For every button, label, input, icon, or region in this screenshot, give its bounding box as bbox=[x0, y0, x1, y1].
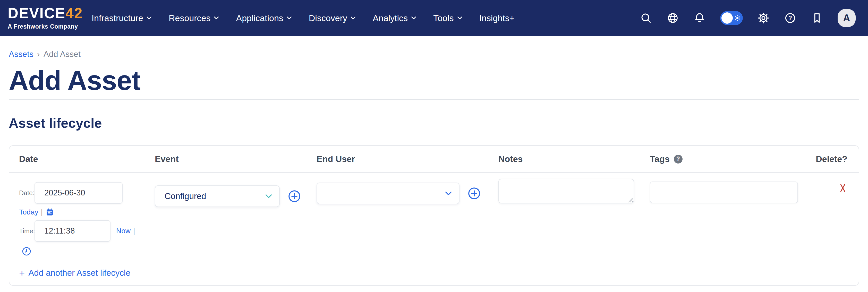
main-content: Assets › Add Asset Add Asset Asset lifec… bbox=[0, 36, 868, 286]
add-link-label: Add another Asset lifecycle bbox=[28, 268, 130, 278]
event-select[interactable]: Configured bbox=[155, 185, 280, 207]
asset-lifecycle-card: Date Event End User Notes Tags ? Delete?… bbox=[9, 145, 859, 286]
chevron-down-icon bbox=[411, 16, 416, 20]
main-nav: Infrastructure Resources Applications Di… bbox=[92, 13, 515, 23]
tags-input[interactable] bbox=[650, 182, 798, 203]
column-header-date: Date bbox=[19, 154, 155, 164]
chevron-down-icon bbox=[350, 16, 356, 20]
chevron-down-icon bbox=[147, 16, 152, 20]
nav-item-resources[interactable]: Resources bbox=[169, 13, 219, 23]
nav-label: Discovery bbox=[309, 13, 347, 23]
chevron-down-icon bbox=[287, 16, 292, 20]
avatar-initial: A bbox=[843, 12, 850, 24]
theme-toggle[interactable] bbox=[720, 11, 743, 25]
svg-text:?: ? bbox=[788, 15, 792, 21]
chevron-down-icon bbox=[265, 194, 272, 198]
column-header-notes: Notes bbox=[498, 154, 650, 164]
breadcrumb-assets-link[interactable]: Assets bbox=[9, 50, 33, 59]
column-header-delete: Delete? bbox=[814, 154, 859, 164]
add-another-lifecycle-link[interactable]: + Add another Asset lifecycle bbox=[19, 268, 130, 278]
nav-item-applications[interactable]: Applications bbox=[236, 13, 291, 23]
add-end-user-button[interactable] bbox=[468, 187, 480, 200]
tags-cell bbox=[650, 173, 814, 203]
date-shortcuts: Today | bbox=[19, 208, 155, 217]
search-icon[interactable] bbox=[640, 12, 652, 24]
delete-row-icon[interactable] bbox=[838, 183, 847, 193]
tags-help-icon[interactable]: ? bbox=[674, 155, 683, 163]
now-link[interactable]: Now bbox=[116, 227, 131, 235]
add-event-button[interactable] bbox=[288, 190, 301, 203]
table-header-row: Date Event End User Notes Tags ? Delete? bbox=[9, 146, 859, 173]
nav-label: Analytics bbox=[373, 13, 408, 23]
nav-item-tools[interactable]: Tools bbox=[433, 13, 462, 23]
notes-cell bbox=[498, 173, 650, 204]
navbar-actions: ? A bbox=[640, 9, 856, 27]
delete-cell bbox=[814, 183, 859, 193]
event-cell: Configured bbox=[155, 173, 316, 207]
separator-pipe: | bbox=[133, 227, 135, 235]
section-heading-asset-lifecycle: Asset lifecycle bbox=[9, 116, 859, 131]
separator-pipe: | bbox=[41, 208, 43, 216]
nav-label: Tools bbox=[433, 13, 454, 23]
chevron-down-icon bbox=[214, 16, 219, 20]
end-user-select[interactable] bbox=[316, 183, 460, 204]
nav-item-infrastructure[interactable]: Infrastructure bbox=[92, 13, 152, 23]
today-link[interactable]: Today bbox=[19, 208, 38, 216]
time-input[interactable] bbox=[34, 220, 111, 242]
nav-label: Resources bbox=[169, 13, 211, 23]
chevron-down-icon bbox=[445, 191, 452, 196]
nav-item-analytics[interactable]: Analytics bbox=[373, 13, 416, 23]
time-label: Time: bbox=[19, 227, 34, 235]
title-divider bbox=[9, 99, 859, 100]
nav-label: Applications bbox=[236, 13, 283, 23]
end-user-cell bbox=[316, 173, 498, 204]
card-footer: + Add another Asset lifecycle bbox=[9, 260, 859, 285]
breadcrumb-current: Add Asset bbox=[43, 50, 81, 59]
calendar-icon[interactable] bbox=[45, 208, 54, 217]
logo-number: 42 bbox=[65, 5, 83, 21]
toggle-knob bbox=[721, 12, 733, 24]
globe-icon[interactable] bbox=[666, 12, 679, 24]
device42-logo[interactable]: DEVICE42 A Freshworks Company bbox=[8, 6, 83, 30]
page-title: Add Asset bbox=[9, 66, 859, 95]
date-label: Date: bbox=[19, 189, 34, 197]
date-input[interactable] bbox=[34, 182, 123, 204]
settings-gear-icon[interactable] bbox=[757, 12, 770, 24]
event-selected-value: Configured bbox=[164, 191, 206, 201]
nav-label: Infrastructure bbox=[92, 13, 143, 23]
nav-item-insights[interactable]: Insights+ bbox=[479, 13, 515, 23]
nav-label: Insights+ bbox=[479, 13, 515, 23]
column-header-event: Event bbox=[155, 154, 316, 164]
sun-icon bbox=[734, 14, 741, 22]
user-avatar[interactable]: A bbox=[838, 9, 856, 27]
top-navbar: DEVICE42 A Freshworks Company Infrastruc… bbox=[0, 0, 868, 36]
breadcrumb: Assets › Add Asset bbox=[9, 36, 859, 59]
logo-text: DEVICE bbox=[8, 5, 65, 21]
column-header-end-user: End User bbox=[316, 154, 498, 164]
add-asset-page: DEVICE42 A Freshworks Company Infrastruc… bbox=[0, 0, 868, 292]
date-cell: Date: Today | bbox=[19, 173, 155, 257]
notifications-bell-icon[interactable] bbox=[693, 12, 706, 24]
notes-textarea[interactable] bbox=[498, 179, 634, 203]
plus-icon: + bbox=[19, 268, 25, 278]
table-row: Date: Today | bbox=[9, 173, 859, 260]
logo-wordmark: DEVICE42 bbox=[8, 6, 83, 21]
nav-item-discovery[interactable]: Discovery bbox=[309, 13, 356, 23]
clock-icon[interactable] bbox=[22, 247, 31, 256]
column-header-tags: Tags ? bbox=[650, 154, 814, 164]
help-icon[interactable]: ? bbox=[784, 12, 796, 24]
logo-tagline: A Freshworks Company bbox=[8, 23, 83, 30]
bookmark-icon[interactable] bbox=[811, 12, 823, 24]
breadcrumb-separator: › bbox=[37, 50, 40, 59]
chevron-down-icon bbox=[457, 16, 462, 20]
